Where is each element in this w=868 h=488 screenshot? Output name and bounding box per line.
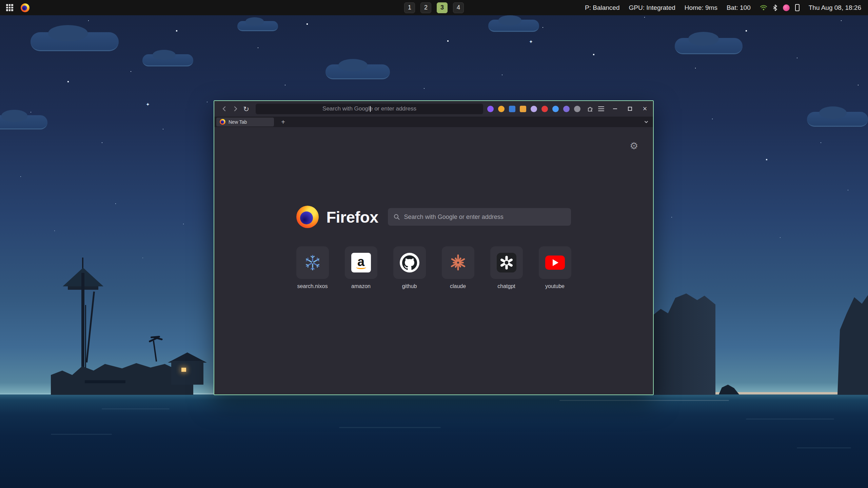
close-button[interactable]: × (642, 105, 648, 112)
cloud (0, 115, 47, 129)
firefox-window: ↻ × (214, 100, 654, 395)
url-input[interactable] (256, 104, 483, 114)
workspace-button-1[interactable]: 1 (404, 2, 415, 13)
new-tab-page: ⚙ Firefox (214, 127, 653, 394)
shortcut-claude[interactable]: claude (442, 246, 474, 289)
gpu-status: GPU: Integrated (629, 4, 675, 12)
shortcut-label: claude (450, 283, 466, 289)
extension-icon-6[interactable] (541, 106, 548, 112)
cloud (675, 38, 743, 54)
wave (797, 447, 851, 448)
shortcut-amazon[interactable]: a amazon (345, 246, 377, 289)
settings-gear-icon[interactable]: ⚙ (630, 141, 638, 151)
app-launcher-icon[interactable] (6, 4, 13, 11)
tab-title: New Tab (229, 119, 247, 125)
beach-reflection (559, 400, 729, 401)
battery-status: Bat: 100 (727, 4, 751, 12)
extension-icon-5[interactable] (531, 106, 537, 112)
firefox-favicon (220, 119, 225, 125)
cloud (326, 64, 390, 79)
workspace-switcher: 1 2 3 4 (404, 2, 464, 13)
extension-icon-8[interactable] (563, 106, 570, 112)
extension-icon-7[interactable] (552, 106, 559, 112)
extension-icon-4[interactable] (520, 106, 526, 112)
amazon-icon: a (351, 253, 371, 272)
window-controls: × (612, 105, 648, 112)
workspace-button-3[interactable]: 3 (437, 2, 448, 13)
minimize-button[interactable] (612, 105, 618, 112)
shortcut-search-nixos[interactable]: search.nixos (296, 246, 329, 289)
extension-icon-3[interactable] (509, 106, 515, 112)
maximize-button[interactable] (627, 105, 633, 112)
wave (746, 419, 834, 420)
extensions-row (487, 106, 580, 112)
firefox-logo (296, 206, 319, 228)
shortcut-youtube[interactable]: youtube (539, 246, 571, 289)
new-tab-button[interactable]: + (279, 118, 288, 126)
ping-status: Home: 9ms (685, 4, 717, 12)
newtab-search-bar[interactable] (388, 208, 571, 226)
power-profile-status: P: Balanced (585, 4, 619, 12)
phone-icon[interactable] (795, 4, 800, 11)
workspace-button-2[interactable]: 2 (420, 2, 431, 13)
tab-bar: New Tab + (214, 117, 653, 127)
shortcut-tiles: search.nixos a amazon (296, 246, 571, 289)
hut (171, 361, 203, 385)
github-icon (400, 253, 419, 272)
sparkle-star: ✦ (529, 39, 533, 44)
extension-icon-9[interactable] (574, 106, 580, 112)
shortcut-chatgpt[interactable]: chatgpt (490, 246, 523, 289)
workspace-button-4[interactable]: 4 (453, 2, 464, 13)
cloud (237, 21, 278, 31)
chatgpt-icon (497, 253, 516, 272)
nixos-snowflake-icon (304, 254, 321, 271)
tab-new-tab[interactable]: New Tab (216, 118, 274, 126)
pier (85, 380, 125, 383)
url-bar[interactable] (256, 104, 483, 114)
cloud (807, 112, 868, 127)
youtube-icon (545, 256, 565, 270)
reload-button[interactable]: ↻ (241, 103, 252, 114)
text-caret (370, 106, 371, 112)
bluetooth-icon[interactable] (773, 4, 777, 11)
menu-icon[interactable] (597, 104, 606, 113)
media-app-icon[interactable] (783, 4, 790, 11)
cloud (142, 54, 193, 66)
wave (339, 427, 441, 428)
shortcut-label: youtube (545, 283, 565, 289)
wave (51, 434, 112, 435)
watchtower-mast (81, 273, 84, 368)
forward-button[interactable] (230, 103, 241, 114)
firefox-launcher-icon[interactable] (21, 3, 29, 12)
cloud (31, 32, 119, 51)
newtab-hero: Firefox (296, 206, 571, 228)
back-button[interactable] (219, 103, 230, 114)
sparkle-star: ✦ (146, 102, 150, 107)
search-icon (393, 214, 400, 220)
wifi-icon[interactable] (760, 5, 767, 11)
extension-icon-2[interactable] (498, 106, 505, 112)
firefox-wordmark: Firefox (326, 208, 378, 226)
shortcut-label: amazon (351, 283, 371, 289)
newtab-search-input[interactable] (404, 214, 566, 221)
shortcut-github[interactable]: github (393, 246, 426, 289)
shortcut-label: chatgpt (497, 283, 515, 289)
status-bar: 1 2 3 4 P: Balanced GPU: Integrated Home… (0, 0, 868, 15)
cloud (488, 20, 539, 32)
shortcut-label: search.nixos (297, 283, 328, 289)
claude-icon (450, 254, 467, 271)
extension-icon-1[interactable] (487, 106, 494, 112)
wave (102, 408, 170, 409)
browser-toolbar: ↻ × (214, 101, 653, 117)
clock: Thu Aug 08, 18:26 (809, 4, 861, 12)
lit-window (181, 368, 186, 372)
list-all-tabs-icon[interactable] (644, 119, 649, 125)
extensions-puzzle-icon[interactable] (586, 104, 595, 113)
shortcut-label: github (402, 283, 417, 289)
